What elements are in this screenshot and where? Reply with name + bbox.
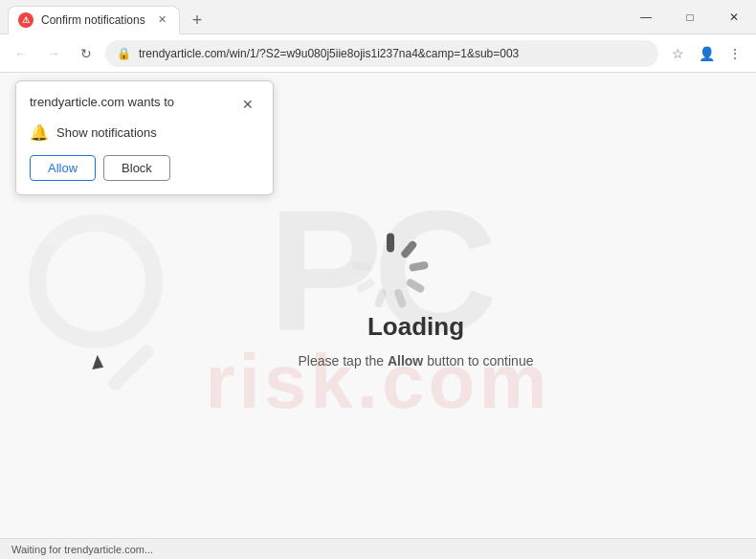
spinner-bar-3 <box>409 261 429 272</box>
active-tab[interactable]: ⚠ Confirm notifications ✕ <box>8 6 180 34</box>
loading-subtitle-bold: Allow <box>388 353 423 369</box>
loading-container: Loading Please tap the Allow button to c… <box>299 243 534 369</box>
menu-button[interactable]: ⋮ <box>722 40 748 67</box>
mouse-cursor <box>90 354 103 369</box>
spinner-bar-6 <box>374 288 388 309</box>
url-bar[interactable]: 🔒 trendyarticle.com/win/1/?S2=w9u080j5ii… <box>105 40 658 67</box>
refresh-button[interactable]: ↻ <box>73 40 100 67</box>
block-button[interactable]: Block <box>103 155 170 181</box>
popup-title: trendyarticle.com wants to <box>30 95 174 109</box>
url-text: trendyarticle.com/win/1/?S2=w9u080j5iie8… <box>139 47 519 60</box>
minimize-button[interactable]: — <box>624 0 668 34</box>
loading-subtitle-suffix: button to continue <box>423 353 533 369</box>
allow-button[interactable]: Allow <box>30 155 96 181</box>
bookmark-button[interactable]: ☆ <box>664 40 691 67</box>
popup-notification-row: 🔔 Show notifications <box>30 123 257 142</box>
popup-buttons: Allow Block <box>30 155 257 181</box>
spinner-bar-1 <box>387 234 394 253</box>
tab-bar: ⚠ Confirm notifications ✕ + <box>8 0 211 34</box>
bell-icon: 🔔 <box>30 123 49 142</box>
spinner-bar-8 <box>352 261 372 272</box>
toolbar-actions: ☆ 👤 ⋮ <box>664 40 748 67</box>
maximize-button[interactable]: □ <box>668 0 712 34</box>
tab-close-button[interactable]: ✕ <box>154 12 169 28</box>
loading-subtitle: Please tap the Allow button to continue <box>299 353 534 369</box>
forward-button[interactable]: → <box>40 40 67 67</box>
loading-title: Loading <box>367 312 464 342</box>
notification-popup: trendyarticle.com wants to ✕ 🔔 Show noti… <box>15 80 274 195</box>
browser-window: ⚠ Confirm notifications ✕ + — □ ✕ ← → ↻ … <box>0 0 756 559</box>
tab-favicon: ⚠ <box>18 12 33 28</box>
tab-title: Confirm notifications <box>41 13 146 27</box>
status-bar: Waiting for trendyarticle.com... <box>0 538 756 559</box>
loading-subtitle-prefix: Please tap the <box>299 353 388 369</box>
spinner-bar-5 <box>394 288 408 309</box>
popup-close-button[interactable]: ✕ <box>238 95 257 114</box>
loading-spinner <box>387 243 444 301</box>
back-button[interactable]: ← <box>8 40 34 67</box>
status-text: Waiting for trendyarticle.com... <box>11 544 153 555</box>
window-controls: — □ ✕ <box>624 0 756 34</box>
browser-content: PC risk.com Loading Please tap the Allow… <box>0 73 756 538</box>
magnifier-watermark <box>29 214 163 396</box>
spinner-bar-2 <box>400 239 418 258</box>
spinner-bar-7 <box>356 278 376 294</box>
lock-icon: 🔒 <box>117 47 131 60</box>
title-bar: ⚠ Confirm notifications ✕ + — □ ✕ <box>0 0 756 34</box>
spinner-bar-4 <box>406 278 426 294</box>
notification-text: Show notifications <box>56 125 157 140</box>
popup-header: trendyarticle.com wants to ✕ <box>30 95 257 114</box>
close-button[interactable]: ✕ <box>712 0 756 34</box>
account-button[interactable]: 👤 <box>693 40 720 67</box>
address-bar: ← → ↻ 🔒 trendyarticle.com/win/1/?S2=w9u0… <box>0 34 756 73</box>
new-tab-button[interactable]: + <box>184 8 211 34</box>
